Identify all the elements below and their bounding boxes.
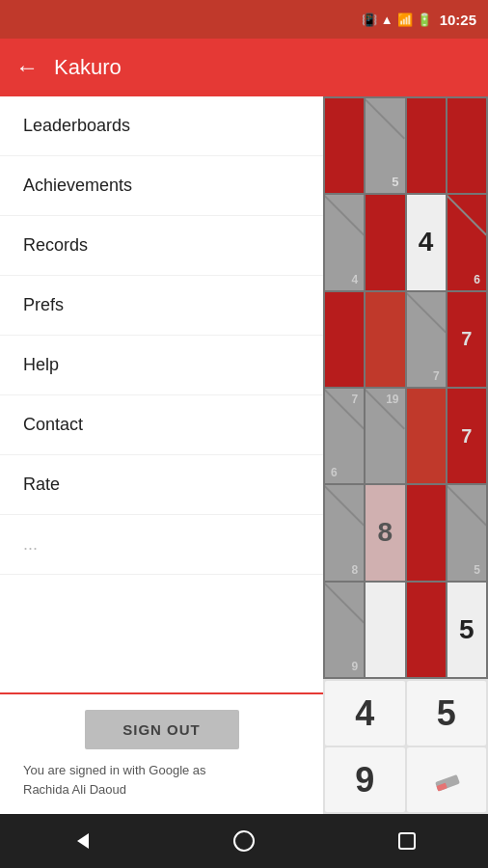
nav-back-button[interactable] (52, 814, 110, 868)
menu-item-achievements[interactable]: Achievements (0, 156, 323, 216)
menu-item-leaderboards[interactable]: Leaderboards (0, 96, 323, 156)
cell-r5c3 (407, 485, 446, 580)
cell-r2c4: 6 (447, 195, 486, 289)
menu-item-records[interactable]: Records (0, 216, 323, 276)
wifi-icon: ▲ (381, 13, 393, 27)
nav-recents-icon (395, 829, 419, 853)
menu-item-prefs[interactable]: Prefs (0, 276, 323, 336)
left-menu: Leaderboards Achievements Records Prefs … (0, 96, 323, 814)
cell-r6c4[interactable]: 5 (447, 583, 486, 677)
cell-r2c3: 4 (407, 195, 446, 289)
keypad-eraser[interactable] (407, 747, 487, 812)
cell-r1c1 (325, 98, 364, 193)
keypad-area: 4 5 9 (323, 679, 488, 814)
cell-r3c3: 7 (407, 292, 446, 387)
menu-item-contact[interactable]: Contact (0, 395, 323, 455)
cell-r1c3 (407, 98, 446, 193)
cell-r6c1: 9 (325, 583, 364, 677)
cell-r5c2[interactable]: 8 (366, 485, 404, 580)
battery-icon: 🔋 (417, 13, 432, 27)
back-icon: ← (15, 54, 39, 81)
cell-r5c1: 8 (325, 485, 364, 580)
status-icons: 📳 ▲ 📶 🔋 (362, 13, 432, 27)
keypad-4[interactable]: 4 (325, 681, 405, 746)
nav-bar (0, 814, 488, 868)
status-time: 10:25 (440, 12, 476, 28)
cell-r3c4: 7 (447, 292, 486, 387)
nav-back-icon (69, 829, 93, 853)
back-button[interactable]: ← (15, 54, 39, 81)
cell-r2c2 (366, 195, 404, 289)
cell-r1c2: 5 (366, 98, 404, 193)
svg-rect-4 (399, 833, 415, 849)
cell-r4c4: 7 (447, 389, 486, 483)
nav-home-button[interactable] (215, 814, 273, 868)
cell-r4c2: 19 (366, 389, 404, 483)
signed-in-text: You are signed in with Google asRachida … (23, 761, 206, 799)
main-content: Leaderboards Achievements Records Prefs … (0, 96, 488, 814)
app-header: ← Kakuro (0, 39, 488, 96)
menu-item-help[interactable]: Help (0, 336, 323, 395)
cell-r1c4 (447, 98, 486, 193)
signal-icon: 📶 (397, 13, 413, 27)
eraser-icon (427, 761, 466, 800)
sign-out-button[interactable]: SIGN OUT (85, 710, 239, 749)
cell-r5c4: 5 (447, 485, 486, 580)
nav-recents-button[interactable] (378, 814, 436, 868)
cell-r3c1 (325, 292, 364, 387)
vibrate-icon: 📳 (362, 13, 377, 27)
cell-r4c1: 7 6 (325, 389, 364, 483)
keypad-9[interactable]: 9 (325, 747, 405, 812)
app-title: Kakuro (54, 55, 122, 80)
cell-r2c1: 4 (325, 195, 364, 289)
cell-r4c3 (407, 389, 446, 483)
nav-home-icon (232, 829, 256, 853)
keypad-5[interactable]: 5 (407, 681, 487, 746)
svg-point-3 (234, 831, 254, 851)
cell-r3c2 (366, 292, 404, 387)
menu-item-rate[interactable]: Rate (0, 455, 323, 515)
cell-r6c2[interactable] (366, 583, 404, 677)
status-bar: 📳 ▲ 📶 🔋 10:25 (0, 0, 488, 39)
sign-out-section: SIGN OUT You are signed in with Google a… (0, 694, 323, 814)
right-panel: 5 4 4 6 (323, 96, 488, 814)
svg-marker-2 (77, 833, 89, 849)
cell-r6c3 (407, 583, 446, 677)
menu-item-more[interactable]: ... (0, 515, 323, 575)
